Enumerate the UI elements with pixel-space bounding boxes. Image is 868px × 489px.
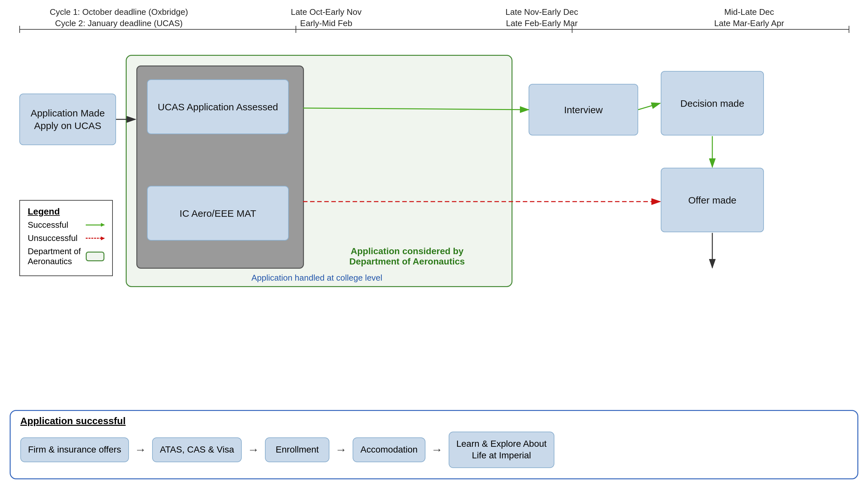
step-accommodation: Accomodation xyxy=(352,437,425,462)
dark-inner-box: UCAS Application Assessed IC Aero/EEE MA… xyxy=(136,65,304,269)
ucas-application-box: UCAS Application Assessed xyxy=(147,79,289,134)
green-label-dept: Application considered byDepartment of A… xyxy=(314,246,501,267)
step-firm-insurance: Firm & insurance offers xyxy=(20,437,129,462)
interview-box: Interview xyxy=(529,84,638,136)
timeline-label-2: Late Oct-Early NovEarly-Mid Feb xyxy=(291,6,362,29)
green-container: UCAS Application Assessed IC Aero/EEE MA… xyxy=(126,55,513,287)
step-learn-explore: Learn & Explore AboutLife at Imperial xyxy=(449,432,554,468)
step-atas: ATAS, CAS & Visa xyxy=(152,437,242,462)
success-section: Application successful Firm & insurance … xyxy=(10,410,858,479)
arrow-interview-to-decision xyxy=(638,103,660,110)
success-title: Application successful xyxy=(20,415,848,426)
diagram-area: UCAS Application Assessed IC Aero/EEE MA… xyxy=(10,42,858,405)
legend-successful: Successful xyxy=(28,220,104,230)
dept-box-icon xyxy=(86,252,104,261)
mat-box: IC Aero/EEE MAT xyxy=(147,186,289,241)
success-arrow-icon xyxy=(86,225,104,226)
decision-box: Decision made xyxy=(661,71,764,136)
timeline-line xyxy=(19,29,849,30)
success-steps: Firm & insurance offers → ATAS, CAS & Vi… xyxy=(20,432,848,468)
legend-box: Legend Successful Unsuccessful Departmen… xyxy=(19,200,113,276)
timeline-label-1: Cycle 1: October deadline (Oxbridge)Cycl… xyxy=(50,6,188,29)
legend-unsuccessful: Unsuccessful xyxy=(28,233,104,243)
step-enrollment: Enrollment xyxy=(265,437,330,462)
timeline-label-4: Mid-Late DecLate Mar-Early Apr xyxy=(714,6,784,29)
offer-box: Offer made xyxy=(661,168,764,232)
arrow-step-3: → xyxy=(335,443,347,456)
arrow-step-1: → xyxy=(135,443,146,456)
legend-dept: Department ofAeronautics xyxy=(28,247,104,266)
blue-label-college: Application handled at college level xyxy=(191,273,442,283)
arrow-step-4: → xyxy=(431,443,443,456)
timeline-label-3: Late Nov-Early DecLate Feb-Early Mar xyxy=(505,6,578,29)
fail-arrow-icon xyxy=(86,238,104,239)
arrow-step-2: → xyxy=(248,443,259,456)
timeline-tick-1 xyxy=(19,26,20,33)
timeline: Cycle 1: October deadline (Oxbridge)Cycl… xyxy=(19,6,849,35)
application-made-box: Application MadeApply on UCAS xyxy=(19,93,116,145)
legend-title: Legend xyxy=(28,206,104,217)
timeline-tick-4 xyxy=(849,26,849,33)
